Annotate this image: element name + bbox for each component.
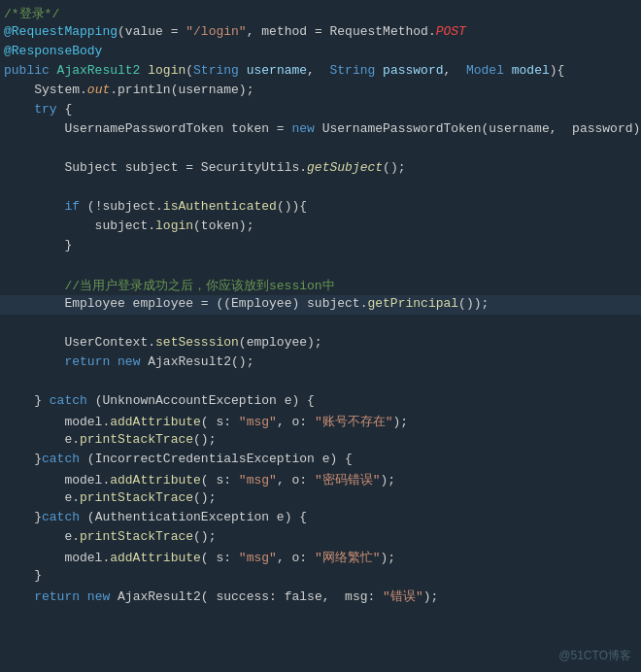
line-content: e.printStackTrace();: [0, 432, 641, 447]
code-line: e.printStackTrace();: [0, 489, 641, 509]
code-line: }catch (IncorrectCredentialsException e)…: [0, 451, 641, 470]
line-content: }: [0, 238, 641, 252]
line-content: Employee employee = ((Employee) subject.…: [0, 296, 641, 311]
code-line: model.addAttribute( s: "msg", o: "网络繁忙")…: [0, 548, 641, 567]
code-line: @RequestMapping(value = "/login", method…: [0, 23, 641, 43]
code-line: e.printStackTrace();: [0, 431, 641, 451]
code-line: [0, 256, 641, 276]
line-content: if (!subject.isAuthenticated()){: [0, 199, 641, 214]
code-line: public AjaxResult2 login(String username…: [0, 62, 641, 82]
code-line: @ResponseBody: [0, 43, 641, 62]
line-content: @RequestMapping(value = "/login", method…: [0, 24, 641, 39]
code-line: } catch (UnknownAccountException e) {: [0, 392, 641, 412]
line-content: [0, 180, 641, 194]
line-content: @ResponseBody: [0, 44, 641, 58]
code-line: UsernamePasswordToken token = new Userna…: [0, 120, 641, 140]
line-content: [0, 316, 641, 330]
code-line: return new AjaxResult2( success: false, …: [0, 587, 641, 606]
code-line: [0, 373, 641, 392]
line-content: UsernamePasswordToken token = new Userna…: [0, 121, 641, 136]
line-content: [0, 374, 641, 388]
line-content: Subject subject = SecurityUtils.getSubje…: [0, 160, 641, 175]
code-editor: /*登录*/@RequestMapping(value = "/login", …: [0, 0, 641, 672]
line-content: model.addAttribute( s: "msg", o: "网络繁忙")…: [0, 549, 641, 566]
code-line: model.addAttribute( s: "msg", o: "账号不存在"…: [0, 412, 641, 431]
line-content: try {: [0, 102, 641, 117]
code-line: System.out.println(username);: [0, 82, 641, 101]
line-content: /*登录*/: [0, 5, 641, 22]
code-line: [0, 140, 641, 159]
code-line: [0, 179, 641, 198]
line-content: }catch (IncorrectCredentialsException e)…: [0, 452, 641, 466]
code-line: //当用户登录成功之后，你应该放到session中: [0, 276, 641, 295]
code-line: if (!subject.isAuthenticated()){: [0, 198, 641, 218]
line-content: e.printStackTrace();: [0, 490, 641, 505]
code-line: try {: [0, 101, 641, 120]
code-line: subject.login(token);: [0, 218, 641, 237]
line-content: } catch (UnknownAccountException e) {: [0, 393, 641, 408]
line-content: model.addAttribute( s: "msg", o: "账号不存在"…: [0, 413, 641, 430]
line-content: }catch (AuthenticationException e) {: [0, 510, 641, 524]
watermark: @51CTO博客: [558, 648, 631, 664]
code-line: }: [0, 567, 641, 587]
code-line: /*登录*/: [0, 4, 641, 23]
code-line: Subject subject = SecurityUtils.getSubje…: [0, 159, 641, 179]
code-lines: /*登录*/@RequestMapping(value = "/login", …: [0, 4, 641, 606]
line-content: UserContext.setSesssion(employee);: [0, 335, 641, 350]
line-content: subject.login(token);: [0, 218, 641, 233]
line-content: e.printStackTrace();: [0, 529, 641, 544]
line-content: [0, 257, 641, 272]
code-line: e.printStackTrace();: [0, 528, 641, 548]
code-line: return new AjaxResult2();: [0, 353, 641, 373]
code-line: UserContext.setSesssion(employee);: [0, 334, 641, 353]
line-content: System.out.println(username);: [0, 83, 641, 97]
line-content: return new AjaxResult2( success: false, …: [0, 588, 641, 605]
code-line: }catch (AuthenticationException e) {: [0, 509, 641, 528]
line-content: //当用户登录成功之后，你应该放到session中: [0, 277, 641, 294]
line-content: [0, 141, 641, 155]
line-content: public AjaxResult2 login(String username…: [0, 63, 641, 78]
code-line: [0, 315, 641, 334]
line-content: model.addAttribute( s: "msg", o: "密码错误")…: [0, 471, 641, 488]
code-line: }: [0, 237, 641, 256]
line-content: return new AjaxResult2();: [0, 354, 641, 369]
code-line: model.addAttribute( s: "msg", o: "密码错误")…: [0, 470, 641, 489]
line-content: }: [0, 568, 641, 583]
code-line: Employee employee = ((Employee) subject.…: [0, 295, 641, 315]
